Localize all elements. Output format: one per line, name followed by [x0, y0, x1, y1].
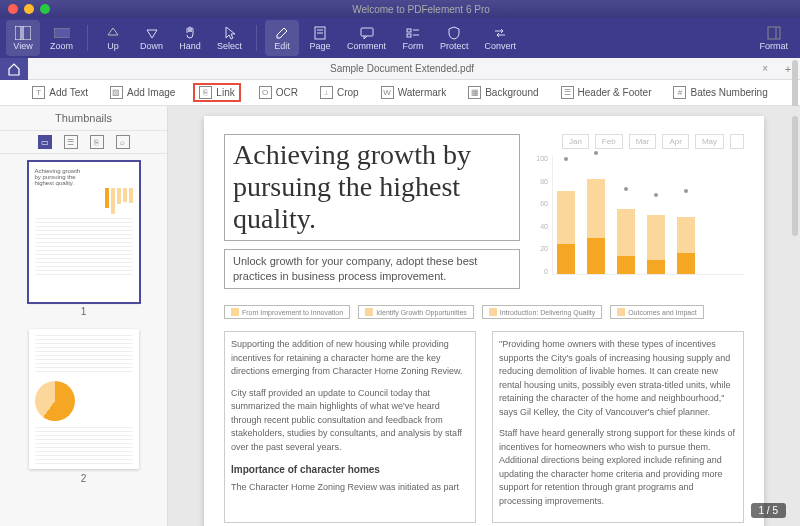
up-button[interactable]: Up — [96, 20, 130, 56]
month-label: May — [695, 134, 724, 149]
thumbnail-list: Achieving growthby pursuing thehighest q… — [0, 154, 167, 526]
svg-rect-9 — [407, 34, 411, 37]
svg-rect-11 — [768, 27, 780, 39]
convert-icon — [492, 25, 508, 41]
thumbnail-item[interactable]: Achieving growthby pursuing thehighest q… — [0, 162, 167, 317]
home-icon — [7, 62, 21, 76]
crop-icon: ⟂ — [320, 86, 333, 99]
edit-icon — [274, 25, 290, 41]
select-button[interactable]: Select — [211, 20, 248, 56]
convert-button[interactable]: Convert — [479, 20, 523, 56]
page-icon — [312, 25, 328, 41]
bates-icon: # — [673, 86, 686, 99]
add-text-button[interactable]: TAdd Text — [28, 84, 92, 101]
header-footer-icon: ☰ — [561, 86, 574, 99]
view-icon — [15, 25, 31, 41]
ribbon-toolbar: View Zoom Up Down Hand Select Edit Page … — [0, 18, 800, 58]
paragraph: Supporting the addition of new housing w… — [231, 338, 469, 379]
page-1: Achieving growth by pursuing the highest… — [204, 116, 764, 526]
crop-button[interactable]: ⟂Crop — [316, 84, 363, 101]
subhead-text[interactable]: Unlock growth for your company, adopt th… — [224, 249, 520, 290]
close-tab-button[interactable]: × — [762, 63, 768, 74]
thumbnail-item[interactable]: 2 — [0, 329, 167, 484]
section-tag[interactable]: Identify Growth Opportunities — [358, 305, 474, 319]
svg-rect-6 — [361, 28, 373, 36]
page-button[interactable]: Page — [303, 20, 337, 56]
ocr-icon: O — [259, 86, 272, 99]
link-button[interactable]: ⎘Link — [193, 83, 240, 102]
link-icon: ⎘ — [199, 86, 212, 99]
home-tab[interactable] — [0, 58, 28, 80]
zoom-button[interactable]: Zoom — [44, 20, 79, 56]
subheading: Importance of character homes — [231, 462, 469, 477]
svg-rect-7 — [407, 29, 411, 32]
view-button[interactable]: View — [6, 20, 40, 56]
format-button[interactable]: Format — [753, 20, 794, 56]
month-label: Feb — [595, 134, 623, 149]
svg-rect-2 — [54, 28, 70, 38]
maximize-window-button[interactable] — [40, 4, 50, 14]
paragraph: "Providing home owners with these types … — [499, 338, 737, 419]
page-counter: 1 / 5 — [751, 503, 786, 518]
shield-icon — [446, 25, 462, 41]
sidebar: Thumbnails ▭ ☰ ⎘ ⌕ Achieving growthby pu… — [0, 106, 168, 526]
sidebar-title: Thumbnails — [0, 106, 167, 131]
bar-may — [677, 155, 695, 274]
ocr-button[interactable]: OOCR — [255, 84, 302, 101]
paragraph: City staff provided an update to Council… — [231, 387, 469, 455]
comment-icon — [359, 25, 375, 41]
text-columns: Supporting the addition of new housing w… — [224, 331, 744, 523]
background-icon: ▦ — [468, 86, 481, 99]
hand-button[interactable]: Hand — [173, 20, 207, 56]
bar-chart: Jan Feb Mar Apr May 100 80 60 40 20 0 — [534, 134, 744, 284]
sidebar-tab-bookmarks[interactable]: ☰ — [64, 135, 78, 149]
thumbnail-page-2 — [29, 329, 139, 469]
section-tag[interactable]: Introduction: Delivering Quality — [482, 305, 602, 319]
watermark-icon: W — [381, 86, 394, 99]
document-tab[interactable]: Sample Document Extended.pdf × — [28, 63, 776, 74]
window-controls — [8, 4, 50, 14]
protect-button[interactable]: Protect — [434, 20, 475, 56]
form-icon — [405, 25, 421, 41]
main-area: Thumbnails ▭ ☰ ⎘ ⌕ Achieving growthby pu… — [0, 106, 800, 526]
zoom-icon — [54, 25, 70, 41]
svg-rect-0 — [15, 26, 21, 40]
bar-mar — [617, 155, 635, 274]
section-tag[interactable]: Outcomes and Impact — [610, 305, 703, 319]
titlebar: Welcome to PDFelement 6 Pro — [0, 0, 800, 18]
bates-numbering-button[interactable]: #Bates Numbering — [669, 84, 771, 101]
add-image-button[interactable]: ▨Add Image — [106, 84, 179, 101]
headline-text[interactable]: Achieving growth by pursuing the highest… — [224, 134, 520, 241]
month-label-empty — [730, 134, 744, 149]
text-icon: T — [32, 86, 45, 99]
sidebar-tab-thumbnails[interactable]: ▭ — [38, 135, 52, 149]
column-right[interactable]: "Providing home owners with these types … — [492, 331, 744, 523]
bar-jan — [557, 155, 575, 274]
comment-button[interactable]: Comment — [341, 20, 392, 56]
section-tag[interactable]: From Improvement to Innovation — [224, 305, 350, 319]
form-button[interactable]: Form — [396, 20, 430, 56]
chart-y-axis: 100 80 60 40 20 0 — [534, 155, 552, 275]
close-window-button[interactable] — [8, 4, 18, 14]
arrow-up-icon — [105, 25, 121, 41]
down-button[interactable]: Down — [134, 20, 169, 56]
minimize-window-button[interactable] — [24, 4, 34, 14]
edit-button[interactable]: Edit — [265, 20, 299, 56]
document-canvas[interactable]: Achieving growth by pursuing the highest… — [168, 106, 800, 526]
edit-subtoolbar: TAdd Text ▨Add Image ⎘Link OOCR ⟂Crop WW… — [0, 80, 800, 106]
canvas-scrollbar[interactable] — [792, 116, 798, 236]
cursor-icon — [222, 25, 238, 41]
watermark-button[interactable]: WWatermark — [377, 84, 451, 101]
document-tabstrip: Sample Document Extended.pdf × + — [0, 58, 800, 80]
bar-apr — [647, 155, 665, 274]
background-button[interactable]: ▦Background — [464, 84, 542, 101]
svg-rect-1 — [23, 26, 31, 40]
section-tags: From Improvement to Innovation Identify … — [224, 305, 744, 319]
divider — [87, 25, 88, 51]
sidebar-tab-search[interactable]: ⌕ — [116, 135, 130, 149]
image-icon: ▨ — [110, 86, 123, 99]
sidebar-tab-attachments[interactable]: ⎘ — [90, 135, 104, 149]
column-left[interactable]: Supporting the addition of new housing w… — [224, 331, 476, 523]
arrow-down-icon — [144, 25, 160, 41]
header-footer-button[interactable]: ☰Header & Footer — [557, 84, 656, 101]
